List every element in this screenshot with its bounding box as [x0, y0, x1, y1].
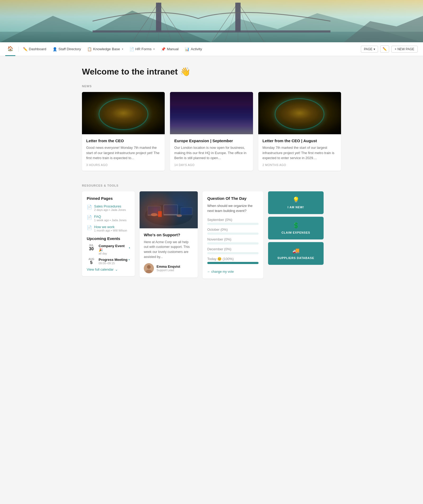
event-month-jul: JUL — [87, 244, 96, 247]
event-dot-1: ● — [129, 247, 130, 249]
calendar-expand-icon: ⌄ — [115, 267, 118, 271]
svg-point-31 — [177, 214, 182, 217]
pinned-pages-title: Pinned Pages — [87, 196, 130, 201]
news-card-europe[interactable]: Europe Expansion | September Our London … — [170, 92, 253, 171]
poll-option-name-oct: October — [207, 228, 219, 232]
manual-icon: 📌 — [161, 47, 165, 51]
edit-icon: ✏️ — [383, 47, 387, 51]
news-card-europe-text: Our London location is now open for busi… — [174, 145, 249, 161]
news-card-europe-body: Europe Expansion | September Our London … — [170, 134, 253, 171]
pinned-item-how[interactable]: 📄 How we work 1 month ago • Will Wilson — [87, 225, 130, 232]
pinned-text-sales: Sales Procedures 2 days ago • Jada Jones — [94, 204, 126, 211]
support-text: Here at Acme Corp we all help out with c… — [144, 240, 194, 260]
new-page-button[interactable]: + NEW PAGE — [391, 46, 418, 53]
pinned-name-how: How we work — [94, 225, 127, 229]
poll-option-november: November (0%) — [207, 237, 259, 244]
event-company: JUL 30 Company Event 🎉 ● all day — [87, 244, 130, 255]
poll-pct-sep: (0%) — [225, 218, 232, 222]
action-new-button[interactable]: 💡 I AM NEW! — [268, 191, 324, 214]
pinned-item-sales[interactable]: 📄 Sales Procedures 2 days ago • Jada Jon… — [87, 204, 130, 211]
svg-rect-28 — [158, 211, 162, 217]
poll-track-today — [207, 262, 259, 264]
poll-fill-today — [207, 262, 259, 264]
doc-icon-2: 📄 — [87, 215, 92, 220]
svg-rect-15 — [156, 3, 161, 32]
event-day-30: 30 — [87, 247, 96, 251]
doc-icon: 📄 — [87, 205, 92, 210]
action-suppliers-button[interactable]: 🚚 SUPPLIERS DATABASE — [268, 242, 324, 265]
news-card-ceo-title: Letter from the CEO — [86, 138, 160, 143]
poll-track-dec — [207, 252, 259, 254]
resources-section-label: RESOURCES & TOOLS — [82, 184, 341, 187]
event-date-jul: JUL 30 — [87, 244, 96, 251]
event-progress-text: Progress Meeting — [99, 258, 127, 262]
pinned-item-faq[interactable]: 📄 FAQ 1 week ago • Jada Jones — [87, 215, 130, 222]
change-vote-link[interactable]: ← change my vote — [207, 270, 234, 274]
page-button[interactable]: PAGE ▾ — [361, 46, 378, 53]
poll-label-november: November (0%) — [207, 237, 259, 241]
nav-manual[interactable]: 📌 Manual — [158, 43, 182, 55]
nav-hr-forms[interactable]: 📄 HR Forms ▾ — [126, 43, 158, 55]
knowledge-dropdown-icon: ▾ — [122, 48, 123, 50]
support-person-role: Support Lead — [157, 269, 180, 272]
knowledge-icon: 📋 — [87, 47, 92, 51]
event-time-company: all day — [99, 252, 130, 255]
pinned-pages-card: Pinned Pages 📄 Sales Procedures 2 days a… — [82, 191, 135, 276]
event-month-aug: AUG — [87, 258, 96, 261]
suppliers-icon: 🚚 — [292, 247, 300, 254]
events-title: Upcoming Events — [87, 236, 130, 241]
news-card-ceo-image — [82, 92, 165, 134]
doc-icon-3: 📄 — [87, 225, 92, 230]
news-card-august-time: 2 MONTHS AGO — [263, 163, 337, 167]
nav-separator — [19, 47, 19, 52]
question-text: When should we organize the next team bu… — [207, 203, 259, 214]
page-button-label: PAGE — [364, 47, 372, 51]
upcoming-events: Upcoming Events JUL 30 Company Event 🎉 ●… — [87, 236, 130, 271]
news-card-europe-image — [170, 92, 253, 134]
tunnel-visual — [82, 92, 165, 134]
poll-track-sep — [207, 223, 259, 225]
poll-pct-oct: (0%) — [220, 228, 228, 232]
poll-option-october: October (0%) — [207, 228, 259, 235]
hr-forms-icon: 📄 — [130, 47, 134, 51]
poll-pct-nov: (0%) — [224, 237, 231, 241]
svg-rect-21 — [148, 215, 161, 216]
new-label: I AM NEW! — [288, 206, 304, 209]
nav-activity-label: Activity — [191, 47, 202, 51]
event-info-company: Company Event 🎉 ● all day — [99, 244, 130, 255]
nav-staff-directory[interactable]: 👤 Staff Directory — [49, 43, 84, 55]
news-card-ceo-time: 3 HOURS AGO — [86, 163, 160, 167]
staff-icon: 👤 — [53, 47, 57, 51]
poll-option-name-today: Today 😊 — [207, 257, 222, 261]
poll-option-december: December (0%) — [207, 247, 259, 254]
nav-staff-label: Staff Directory — [58, 47, 81, 51]
news-card-ceo-text: Good news everyone! Monday 7th marked th… — [86, 145, 160, 161]
news-card-ceo[interactable]: Letter from the CEO Good news everyone! … — [82, 92, 165, 171]
view-calendar-link[interactable]: View full calendar ⌄ — [87, 267, 130, 271]
pinned-meta-faq: 1 week ago • Jada Jones — [94, 219, 127, 222]
main-content: Welcome to the intranet 👋 NEWS Letter fr… — [77, 56, 346, 289]
edit-button[interactable]: ✏️ — [380, 45, 389, 53]
news-grid: Letter from the CEO Good news everyone! … — [82, 92, 341, 171]
hero-banner — [0, 0, 423, 42]
svg-rect-23 — [163, 214, 178, 215]
expenses-label: CLAIM EXPENSES — [282, 231, 310, 234]
navbar: 🏠 ✏️ Dashboard 👤 Staff Directory 📋 Knowl… — [0, 42, 423, 56]
action-expenses-button[interactable]: 💲 CLAIM EXPENSES — [268, 217, 324, 239]
event-name-company: Company Event 🎉 ● — [99, 244, 130, 252]
nav-activity[interactable]: 📊 Activity — [182, 43, 205, 55]
hr-dropdown-icon: ▾ — [153, 48, 155, 50]
poll-track-nov — [207, 242, 259, 244]
page-dropdown-icon: ▾ — [374, 47, 375, 51]
event-dot-2: ● — [128, 258, 130, 261]
home-button[interactable]: 🏠 — [5, 42, 15, 56]
avatar — [144, 263, 154, 273]
nav-knowledge-base[interactable]: 📋 Knowledge Base ▾ — [84, 43, 126, 55]
nav-dashboard[interactable]: ✏️ Dashboard — [20, 43, 49, 55]
suppliers-label: SUPPLIERS DATABASE — [277, 256, 314, 260]
news-card-august[interactable]: Letter from the CEO | August Monday 7th … — [258, 92, 341, 171]
tunnel-visual-2 — [258, 92, 341, 134]
poll-label-december: December (0%) — [207, 247, 259, 251]
pinned-text-faq: FAQ 1 week ago • Jada Jones — [94, 215, 127, 222]
svg-rect-22 — [163, 205, 178, 215]
